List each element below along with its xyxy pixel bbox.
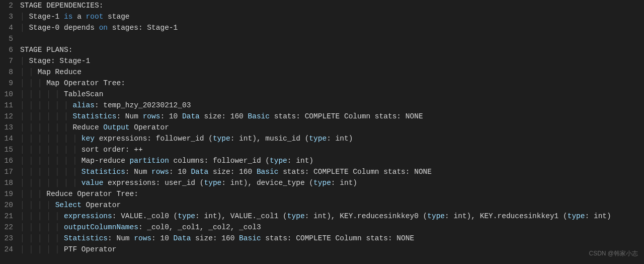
indent-guide: │ │ │: [20, 190, 46, 198]
indent-guide: │ │ │ │ │ │: [20, 123, 72, 131]
line-number: 22: [0, 222, 20, 233]
line-number: 17: [0, 166, 20, 177]
line-number: 20: [0, 200, 20, 211]
line-number: 21: [0, 211, 20, 222]
token: expressions: user_id (: [103, 179, 204, 187]
indent-guide: │: [20, 24, 29, 32]
line-number: 3: [0, 11, 20, 22]
token: : int): [287, 157, 313, 165]
token: stats: COMPLETE Column stats: NONE: [270, 112, 423, 120]
token: stage: [103, 13, 129, 21]
line-number: 10: [0, 89, 20, 100]
code-line[interactable]: │ │ │ │ │ TableScan: [20, 89, 644, 100]
token: expressions: [64, 212, 112, 220]
token: size: 160: [208, 168, 257, 176]
token: Output: [103, 123, 129, 131]
code-line[interactable]: STAGE DEPENDENCIES:: [20, 0, 644, 11]
code-line[interactable]: │ │ │ │ │ │ │ value expressions: user_id…: [20, 177, 644, 188]
token: : 10: [151, 234, 174, 242]
token: Data: [191, 168, 208, 176]
token: columns: follower_id (: [169, 157, 270, 165]
token: Statistics: [64, 234, 108, 242]
indent-guide: │ │ │: [20, 79, 46, 87]
code-line[interactable]: │ │ │ │ │ │ Statistics: Num rows: 10 Dat…: [20, 111, 644, 122]
indent-guide: │ │: [20, 68, 38, 76]
code-line[interactable]: │ │ │ │ │ │ │ Statistics: Num rows: 10 D…: [20, 166, 644, 177]
token: TableScan: [64, 90, 103, 98]
code-line[interactable]: │ │ │ │ │ outputColumnNames: _col0, _col…: [20, 222, 644, 233]
token: Data: [174, 234, 191, 242]
token: Map-reduce: [82, 157, 130, 165]
code-line[interactable]: │ │ │ │ │ expressions: VALUE._col0 (type…: [20, 211, 644, 222]
token: : temp_hzy_20230212_03: [95, 101, 191, 109]
token: rows: [143, 112, 160, 120]
line-number: 9: [0, 78, 20, 89]
code-line[interactable]: │ │ Map Reduce: [20, 67, 644, 78]
token: Map Operator Tree:: [46, 79, 125, 87]
code-line[interactable]: │ │ │ │ │ │ Reduce Output Operator: [20, 122, 644, 133]
indent-guide: │ │ │ │ │: [20, 90, 64, 98]
indent-guide: │ │ │ │ │: [20, 245, 64, 253]
token: rows: [134, 234, 151, 242]
token: : int), KEY.reducesinkkey0 (: [305, 212, 428, 220]
line-number: 19: [0, 188, 20, 200]
code-area[interactable]: STAGE DEPENDENCIES:│ Stage-1 is a root s…: [20, 0, 644, 264]
token: on: [99, 24, 108, 32]
token: : 10: [169, 168, 191, 176]
token: : int), music_id (: [230, 135, 309, 143]
line-number: 16: [0, 155, 20, 166]
code-line[interactable]: │ │ │ Map Operator Tree:: [20, 78, 644, 89]
line-number: 11: [0, 100, 20, 111]
indent-guide: │: [20, 13, 29, 21]
line-number: 4: [0, 22, 20, 33]
code-editor[interactable]: 23456789101112131415161718192021222324 S…: [0, 0, 644, 264]
token: : int): [331, 179, 357, 187]
code-line[interactable]: │ │ │ │ │ │ │ sort order: ++: [20, 144, 644, 155]
code-line[interactable]: │ │ │ │ │ Statistics: Num rows: 10 Data …: [20, 233, 644, 244]
code-line[interactable]: STAGE PLANS:: [20, 44, 644, 55]
token: partition: [130, 157, 169, 165]
token: stages: Stage-1: [108, 24, 178, 32]
code-line[interactable]: │ │ │ │ Select Operator: [20, 200, 644, 211]
token: STAGE DEPENDENCIES:: [20, 2, 103, 10]
token: size: 160: [200, 112, 248, 120]
token: Basic: [248, 112, 270, 120]
code-line[interactable]: │ │ │ │ │ PTF Operator: [20, 244, 644, 255]
token: Select: [55, 201, 82, 209]
line-number: 15: [0, 144, 20, 155]
token: root: [86, 13, 104, 21]
code-line[interactable]: │ │ │ │ │ │ alias: temp_hzy_20230212_03: [20, 100, 644, 111]
token: : int): [585, 212, 611, 220]
token: Stage: Stage-1: [29, 57, 90, 65]
indent-guide: │ │ │ │ │ │: [20, 101, 72, 109]
indent-guide: │ │ │ │ │ │ │: [20, 146, 82, 154]
token: : int), KEY.reducesinkkey1 (: [445, 212, 568, 220]
token: Map Reduce: [38, 68, 82, 76]
code-line[interactable]: │ │ │ │ │ │ │ key expressions: follower_…: [20, 133, 644, 144]
indent-guide: │ │ │ │ │: [20, 212, 64, 220]
code-line[interactable]: │ Stage: Stage-1: [20, 55, 644, 67]
token: type: [313, 179, 331, 187]
token: stats: COMPLETE Column stats: NONE: [278, 168, 432, 176]
line-number: 12: [0, 111, 20, 122]
token: type: [204, 179, 221, 187]
token: Basic: [257, 168, 279, 176]
token: : int): [327, 135, 353, 143]
token: type: [213, 135, 230, 143]
token: Statistics: [72, 112, 116, 120]
token: rows: [151, 168, 169, 176]
token: sort order: ++: [82, 146, 143, 154]
code-line[interactable]: [20, 33, 644, 44]
code-line[interactable]: │ │ │ │ │ │ │ Map-reduce partition colum…: [20, 155, 644, 166]
line-number: 23: [0, 233, 20, 244]
code-line[interactable]: │ Stage-1 is a root stage: [20, 11, 644, 22]
token: outputColumnNames: [64, 223, 138, 231]
code-line[interactable]: │ Stage-0 depends on stages: Stage-1: [20, 22, 644, 33]
token: Data: [182, 112, 200, 120]
indent-guide: │ │ │ │ │ │ │: [20, 179, 82, 187]
line-number-gutter: 23456789101112131415161718192021222324: [0, 0, 20, 264]
code-line[interactable]: │ │ │ Reduce Operator Tree:: [20, 188, 644, 200]
line-number: 18: [0, 177, 20, 188]
line-number: 14: [0, 133, 20, 144]
indent-guide: │ │ │ │ │: [20, 234, 64, 242]
